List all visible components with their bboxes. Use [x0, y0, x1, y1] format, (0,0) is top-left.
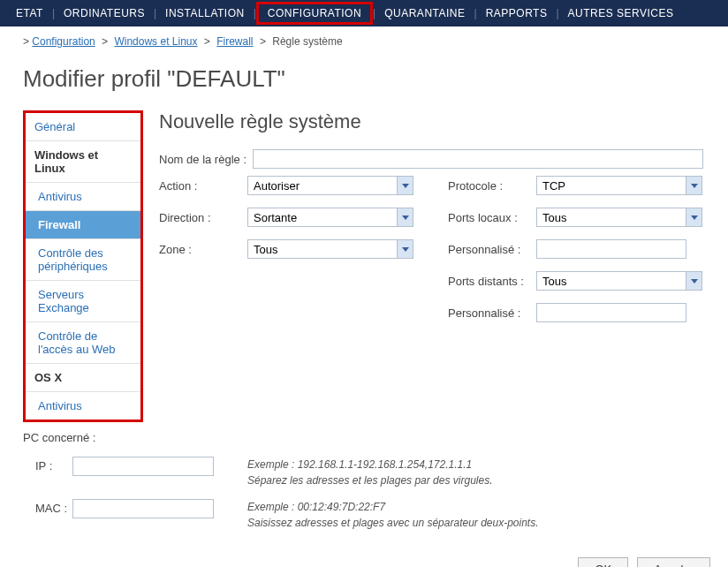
protocol-label: Protocole : — [448, 179, 536, 193]
ip-label: IP : — [23, 457, 72, 472]
nav-rapports[interactable]: RAPPORTS — [477, 2, 557, 25]
ok-button[interactable]: OK — [578, 557, 628, 567]
ports-remote-select[interactable]: Tous — [536, 271, 702, 291]
ip-input[interactable] — [72, 457, 214, 476]
sidebar-item-antivirus[interactable]: Antivirus — [26, 182, 140, 210]
action-select[interactable]: Autoriser — [247, 176, 413, 195]
breadcrumb-current: Règle système — [272, 35, 342, 48]
pc-title: PC concerné : — [23, 431, 710, 444]
mac-example: Exemple : 00:12:49:7D:22:F7 Saisissez ad… — [247, 499, 539, 531]
ports-local-label: Ports locaux : — [448, 211, 536, 224]
rule-name-input[interactable] — [253, 149, 703, 169]
pc-section: PC concerné : IP : Exemple : 192.168.1.1… — [0, 422, 728, 550]
sidebar-item-windows-linux[interactable]: Windows et Linux — [26, 140, 140, 182]
nav-quarantaine[interactable]: QUARANTAINE — [375, 2, 474, 25]
nav-etat[interactable]: ETAT — [7, 2, 52, 25]
sidebar-item-antivirus-osx[interactable]: Antivirus — [26, 391, 140, 420]
direction-select[interactable]: Sortante — [247, 208, 413, 227]
sidebar-item-firewall[interactable]: Firewall — [26, 210, 140, 238]
cancel-button[interactable]: Annuler — [637, 557, 710, 567]
zone-select[interactable]: Tous — [247, 239, 413, 259]
breadcrumb-configuration[interactable]: Configuration — [32, 35, 95, 48]
ports-remote-label: Ports distants : — [448, 275, 536, 288]
custom2-input[interactable] — [536, 303, 686, 322]
nav-configuration[interactable]: CONFIGURATION — [256, 2, 373, 25]
top-nav: ETAT | ORDINATEURS | INSTALLATION | CONF… — [0, 0, 728, 26]
custom1-input[interactable] — [536, 239, 686, 259]
breadcrumb-firewall[interactable]: Firewall — [216, 35, 253, 48]
sidebar-item-osx[interactable]: OS X — [26, 363, 140, 391]
rule-name-label: Nom de la règle : — [159, 153, 253, 166]
ip-example: Exemple : 192.168.1.1-192.168.1.254,172.… — [247, 457, 492, 488]
button-row: OK Annuler — [0, 550, 728, 567]
page-title: Modifier profil "DEFAULT" — [0, 53, 728, 110]
custom2-label: Personnalisé : — [448, 306, 536, 320]
nav-installation[interactable]: INSTALLATION — [156, 2, 254, 25]
sidebar-item-peripheriques[interactable]: Contrôle des périphériques — [26, 238, 140, 280]
breadcrumb-windows-linux[interactable]: Windows et Linux — [114, 35, 197, 48]
protocol-select[interactable]: TCP — [536, 176, 702, 195]
zone-label: Zone : — [159, 243, 247, 256]
sidebar-item-general[interactable]: Général — [26, 113, 140, 140]
sidebar: Général Windows et Linux Antivirus Firew… — [23, 110, 143, 422]
nav-autres-services[interactable]: AUTRES SERVICES — [559, 2, 683, 25]
section-title: Nouvelle règle système — [159, 110, 710, 133]
ports-local-select[interactable]: Tous — [536, 208, 702, 227]
sidebar-item-web-access[interactable]: Contrôle de l'accès au Web — [26, 321, 140, 363]
nav-ordinateurs[interactable]: ORDINATEURS — [55, 2, 154, 25]
custom1-label: Personnalisé : — [448, 243, 536, 256]
sidebar-item-exchange[interactable]: Serveurs Exchange — [26, 280, 140, 321]
action-label: Action : — [159, 179, 247, 193]
breadcrumb: > Configuration > Windows et Linux > Fir… — [0, 26, 728, 53]
main-panel: Nouvelle règle système Nom de la règle :… — [159, 110, 710, 422]
mac-label: MAC : — [23, 499, 72, 515]
mac-input[interactable] — [72, 499, 214, 518]
direction-label: Direction : — [159, 211, 247, 224]
